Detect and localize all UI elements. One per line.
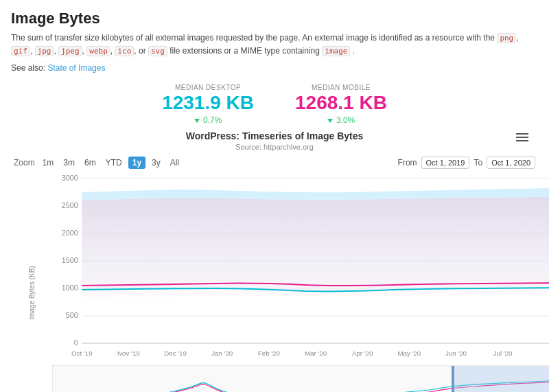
svg-text:2000: 2000 [62, 230, 78, 238]
metric-desktop: MEDIAN DESKTOP 1231.9 KB 0.7% [162, 84, 254, 125]
svg-text:1000: 1000 [62, 285, 78, 292]
ext-gif: gif [11, 46, 30, 56]
zoom-all[interactable]: All [167, 157, 183, 169]
desc-prefix: The sum of transfer size kilobytes of al… [11, 33, 497, 43]
svg-text:500: 500 [66, 312, 78, 320]
ext-jpeg: jpeg [58, 46, 82, 56]
main-chart-svg: 3000 2500 2000 1500 1000 500 0 [52, 172, 549, 364]
svg-text:May '20: May '20 [397, 350, 421, 357]
mobile-down-arrow [327, 119, 333, 123]
see-also-label: See also: [11, 63, 45, 73]
desc-suffix: file extensions or a MIME type containin… [167, 46, 322, 56]
mini-chart[interactable]: Jan '16 Jul '16 Jan '17 Jul '17 Jan '18 … [52, 365, 549, 392]
svg-text:Dec '19: Dec '19 [164, 350, 187, 357]
chart-area: 3000 2500 2000 1500 1000 500 0 [52, 172, 549, 392]
hamburger-line-1 [516, 133, 528, 135]
from-label: From [398, 158, 417, 168]
svg-text:Oct '19: Oct '19 [71, 350, 92, 357]
svg-rect-26 [453, 366, 549, 392]
chart-wrapper: Image Bytes (KB) 3000 2500 2000 15 [11, 172, 538, 392]
zoom-controls: Zoom 1m 3m 6m YTD 1y 3y All [14, 157, 183, 169]
hamburger-line-2 [516, 137, 528, 138]
y-axis-label: Image Bytes (KB) [28, 266, 36, 319]
see-also: See also: State of Images [11, 63, 538, 73]
to-label: To [474, 158, 482, 168]
svg-text:Feb '20: Feb '20 [258, 350, 280, 357]
ext-png: png [497, 33, 516, 43]
description: The sum of transfer size kilobytes of al… [11, 32, 533, 58]
y-label-container: Image Bytes (KB) [11, 196, 52, 389]
zoom-3y[interactable]: 3y [148, 157, 164, 169]
svg-text:2500: 2500 [62, 203, 78, 210]
zoom-ytd[interactable]: YTD [102, 157, 126, 169]
svg-text:1500: 1500 [62, 257, 78, 265]
ext-svg: svg [148, 46, 167, 56]
chart-title: WordPress: Timeseries of Image Bytes [11, 130, 538, 141]
zoom-3m[interactable]: 3m [60, 157, 78, 169]
from-date[interactable]: Oct 1, 2019 [421, 157, 470, 169]
date-range: From Oct 1, 2019 To Oct 1, 2020 [398, 157, 535, 169]
svg-text:Jan '20: Jan '20 [211, 350, 233, 357]
mobile-change-value: 3.0% [336, 115, 355, 125]
mini-chart-left-handle[interactable] [452, 366, 454, 392]
ext-jpg: jpg [35, 46, 54, 56]
hamburger-line-3 [516, 140, 528, 141]
zoom-6m[interactable]: 6m [81, 157, 100, 169]
zoom-1y[interactable]: 1y [128, 157, 145, 169]
main-chart: 3000 2500 2000 1500 1000 500 0 [52, 172, 549, 364]
svg-text:Apr '20: Apr '20 [352, 350, 373, 357]
ext-webp: webp [86, 46, 110, 56]
svg-text:Jun '20: Jun '20 [445, 350, 467, 357]
desktop-down-arrow [194, 119, 200, 123]
to-date[interactable]: Oct 1, 2020 [487, 157, 535, 169]
svg-text:0: 0 [74, 340, 78, 347]
zoom-label: Zoom [14, 158, 35, 168]
svg-text:Nov '19: Nov '19 [117, 350, 140, 357]
desktop-change: 0.7% [162, 115, 254, 125]
desktop-value: 1231.9 KB [162, 93, 254, 114]
svg-text:3000: 3000 [62, 175, 78, 183]
mini-chart-svg: Jan '16 Jul '16 Jan '17 Jul '17 Jan '18 … [53, 366, 549, 392]
chart-source: Source: httparchive.org [11, 143, 538, 151]
page-title: Image Bytes [11, 10, 538, 27]
svg-text:Mar '20: Mar '20 [305, 350, 327, 357]
mime-image: image [322, 46, 350, 56]
desktop-change-value: 0.7% [203, 115, 222, 125]
controls-row: Zoom 1m 3m 6m YTD 1y 3y All From Oct 1, … [11, 157, 538, 169]
mobile-label: MEDIAN MOBILE [295, 84, 387, 91]
chart-title-row: WordPress: Timeseries of Image Bytes Sou… [11, 130, 538, 151]
mobile-value: 1268.1 KB [295, 93, 387, 114]
metrics-row: MEDIAN DESKTOP 1231.9 KB 0.7% MEDIAN MOB… [11, 84, 538, 125]
state-of-images-link[interactable]: State of Images [47, 63, 105, 73]
mobile-change: 3.0% [295, 115, 387, 125]
desktop-label: MEDIAN DESKTOP [162, 84, 254, 91]
zoom-1m[interactable]: 1m [39, 157, 58, 169]
chart-menu-button[interactable] [513, 130, 531, 144]
desc-end: . [350, 46, 355, 56]
metric-mobile: MEDIAN MOBILE 1268.1 KB 3.0% [295, 84, 387, 125]
svg-text:Jul '20: Jul '20 [493, 350, 513, 357]
ext-ico: ico [115, 46, 134, 56]
page-container: Image Bytes The sum of transfer size kil… [0, 0, 549, 392]
